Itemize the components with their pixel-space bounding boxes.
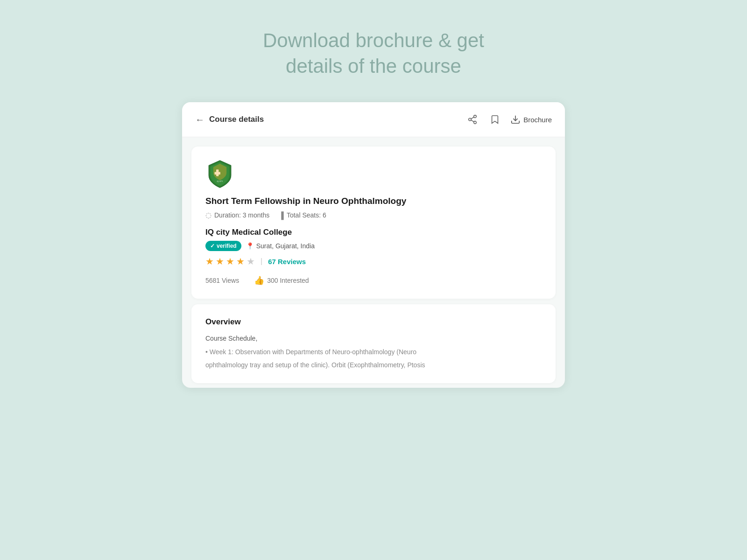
location-text: Surat, Gujarat, India [256, 242, 315, 250]
svg-line-3 [471, 120, 474, 122]
svg-point-1 [469, 118, 472, 121]
thumbs-up-icon: 👍 [254, 275, 264, 286]
share-icon [467, 114, 478, 125]
header-actions: Brochure [465, 112, 552, 126]
star-3: ★ [226, 256, 234, 267]
overview-title: Overview [205, 317, 542, 327]
svg-point-2 [474, 121, 477, 124]
star-1: ★ [205, 256, 214, 267]
share-button[interactable] [465, 112, 479, 126]
star-2: ★ [216, 256, 224, 267]
brochure-label: Brochure [523, 116, 552, 124]
seats-label: Total Seats: 6 [287, 211, 326, 219]
reviews-link[interactable]: 67 Reviews [268, 258, 306, 266]
svg-point-0 [474, 115, 477, 118]
card-header: ← Course details [182, 102, 565, 137]
overview-bullet1: • Week 1: Observation with Departments o… [205, 347, 542, 357]
svg-line-4 [471, 117, 474, 119]
download-icon [510, 114, 521, 125]
seats-icon: ▐ [279, 211, 284, 219]
back-button[interactable]: ← Course details [195, 114, 264, 125]
card-body: IQ CITY Short Term Fellowship in Neuro O… [182, 137, 565, 388]
brochure-button[interactable]: Brochure [510, 114, 552, 125]
verified-label: verified [217, 243, 237, 249]
clock-icon: ◌ [205, 211, 211, 219]
page-title: Download brochure & get details of the c… [263, 28, 484, 79]
location-info: 📍 Surat, Gujarat, India [246, 242, 315, 250]
course-name: Short Term Fellowship in Neuro Ophthalmo… [205, 196, 542, 206]
duration-label: Duration: 3 months [214, 211, 269, 219]
stats-row: 5681 Views 👍 300 Interested [205, 275, 542, 286]
main-card: ← Course details [182, 102, 565, 388]
back-arrow-icon: ← [195, 114, 204, 125]
institute-name: IQ city Medical College [205, 228, 542, 237]
bookmark-button[interactable] [488, 112, 502, 126]
logo-shield: IQ CITY [205, 160, 234, 189]
course-info-card: IQ CITY Short Term Fellowship in Neuro O… [191, 147, 556, 299]
overview-bullet2: ophthalmology tray and setup of the clin… [205, 360, 542, 370]
check-icon: ✓ [210, 243, 215, 249]
svg-text:IQ CITY: IQ CITY [217, 181, 223, 182]
interested-label: 300 Interested [267, 277, 309, 284]
star-5: ★ [247, 256, 255, 267]
seats-meta: ▐ Total Seats: 6 [279, 211, 326, 219]
course-meta: ◌ Duration: 3 months ▐ Total Seats: 6 [205, 211, 542, 219]
interested-stat: 👍 300 Interested [254, 275, 309, 286]
institute-logo: IQ CITY [205, 160, 234, 189]
header-title: Course details [209, 115, 264, 124]
overview-schedule: Course Schedule, [205, 333, 542, 343]
verified-badge: ✓ verified [205, 241, 241, 251]
views-stat: 5681 Views [205, 277, 239, 284]
divider: | [261, 257, 262, 266]
institute-meta: ✓ verified 📍 Surat, Gujarat, India [205, 241, 542, 251]
duration-meta: ◌ Duration: 3 months [205, 211, 269, 219]
overview-card: Overview Course Schedule, • Week 1: Obse… [191, 304, 556, 383]
ratings-row: ★ ★ ★ ★ ★ | 67 Reviews [205, 256, 542, 267]
views-label: 5681 Views [205, 277, 239, 284]
star-4: ★ [236, 256, 245, 267]
location-pin-icon: 📍 [246, 242, 254, 250]
bookmark-icon [490, 114, 500, 125]
